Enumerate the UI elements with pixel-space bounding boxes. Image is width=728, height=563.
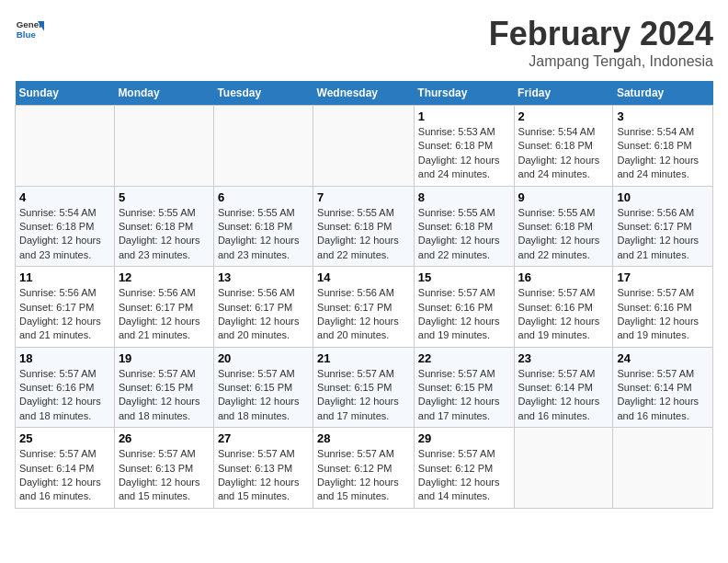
day-header-thursday: Thursday [414, 81, 514, 106]
day-number: 8 [418, 190, 510, 204]
day-info: Sunrise: 5:56 AM Sunset: 6:17 PM Dayligh… [19, 286, 110, 343]
day-info: Sunrise: 5:55 AM Sunset: 6:18 PM Dayligh… [418, 206, 510, 263]
day-number: 16 [518, 270, 609, 284]
calendar-week-4: 18Sunrise: 5:57 AM Sunset: 6:16 PM Dayli… [16, 347, 713, 428]
calendar-cell [213, 106, 313, 187]
calendar-cell: 9Sunrise: 5:55 AM Sunset: 6:18 PM Daylig… [514, 186, 613, 267]
calendar-body: 1Sunrise: 5:53 AM Sunset: 6:18 PM Daylig… [16, 106, 713, 509]
day-number: 17 [617, 270, 709, 284]
calendar-cell: 6Sunrise: 5:55 AM Sunset: 6:18 PM Daylig… [213, 186, 313, 267]
day-number: 23 [518, 351, 609, 365]
calendar-cell [613, 428, 713, 509]
day-number: 15 [418, 270, 510, 284]
day-number: 5 [119, 190, 210, 204]
day-info: Sunrise: 5:57 AM Sunset: 6:16 PM Dayligh… [518, 286, 609, 343]
day-number: 25 [19, 431, 110, 445]
day-number: 9 [518, 190, 609, 204]
day-info: Sunrise: 5:54 AM Sunset: 6:18 PM Dayligh… [617, 125, 709, 182]
calendar-cell: 5Sunrise: 5:55 AM Sunset: 6:18 PM Daylig… [114, 186, 213, 267]
calendar-cell: 16Sunrise: 5:57 AM Sunset: 6:16 PM Dayli… [514, 267, 613, 348]
calendar-cell: 20Sunrise: 5:57 AM Sunset: 6:15 PM Dayli… [213, 347, 313, 428]
calendar-cell: 28Sunrise: 5:57 AM Sunset: 6:12 PM Dayli… [313, 428, 415, 509]
calendar-cell: 26Sunrise: 5:57 AM Sunset: 6:13 PM Dayli… [114, 428, 213, 509]
day-info: Sunrise: 5:56 AM Sunset: 6:17 PM Dayligh… [317, 286, 410, 343]
calendar-title: February 2024 [489, 15, 713, 53]
day-number: 10 [617, 190, 709, 204]
day-number: 18 [19, 351, 110, 365]
day-number: 19 [119, 351, 210, 365]
calendar-cell: 27Sunrise: 5:57 AM Sunset: 6:13 PM Dayli… [213, 428, 313, 509]
calendar-cell: 3Sunrise: 5:54 AM Sunset: 6:18 PM Daylig… [613, 106, 713, 187]
day-number: 29 [418, 431, 510, 445]
calendar-cell: 25Sunrise: 5:57 AM Sunset: 6:14 PM Dayli… [16, 428, 115, 509]
calendar-cell: 13Sunrise: 5:56 AM Sunset: 6:17 PM Dayli… [213, 267, 313, 348]
calendar-cell: 23Sunrise: 5:57 AM Sunset: 6:14 PM Dayli… [514, 347, 613, 428]
day-number: 3 [617, 109, 709, 123]
day-info: Sunrise: 5:54 AM Sunset: 6:18 PM Dayligh… [19, 206, 110, 263]
logo-icon: General Blue [15, 15, 44, 44]
calendar-cell: 12Sunrise: 5:56 AM Sunset: 6:17 PM Dayli… [114, 267, 213, 348]
calendar-cell: 8Sunrise: 5:55 AM Sunset: 6:18 PM Daylig… [414, 186, 514, 267]
day-header-monday: Monday [114, 81, 213, 106]
calendar-cell [514, 428, 613, 509]
day-number: 27 [218, 431, 309, 445]
day-header-saturday: Saturday [613, 81, 713, 106]
calendar-cell: 15Sunrise: 5:57 AM Sunset: 6:16 PM Dayli… [414, 267, 514, 348]
calendar-week-2: 4Sunrise: 5:54 AM Sunset: 6:18 PM Daylig… [16, 186, 713, 267]
day-info: Sunrise: 5:57 AM Sunset: 6:15 PM Dayligh… [218, 367, 309, 424]
calendar-cell: 2Sunrise: 5:54 AM Sunset: 6:18 PM Daylig… [514, 106, 613, 187]
day-number: 22 [418, 351, 510, 365]
day-info: Sunrise: 5:57 AM Sunset: 6:15 PM Dayligh… [317, 367, 410, 424]
day-number: 26 [119, 431, 210, 445]
calendar-header-row: SundayMondayTuesdayWednesdayThursdayFrid… [16, 81, 713, 106]
day-number: 6 [218, 190, 309, 204]
day-number: 13 [218, 270, 309, 284]
day-info: Sunrise: 5:55 AM Sunset: 6:18 PM Dayligh… [218, 206, 309, 263]
calendar-subtitle: Jampang Tengah, Indonesia [489, 53, 713, 70]
day-info: Sunrise: 5:53 AM Sunset: 6:18 PM Dayligh… [418, 125, 510, 182]
day-info: Sunrise: 5:55 AM Sunset: 6:18 PM Dayligh… [518, 206, 609, 263]
calendar-week-5: 25Sunrise: 5:57 AM Sunset: 6:14 PM Dayli… [16, 428, 713, 509]
day-info: Sunrise: 5:55 AM Sunset: 6:18 PM Dayligh… [119, 206, 210, 263]
calendar-cell: 24Sunrise: 5:57 AM Sunset: 6:14 PM Dayli… [613, 347, 713, 428]
day-info: Sunrise: 5:56 AM Sunset: 6:17 PM Dayligh… [617, 206, 709, 263]
calendar-cell: 1Sunrise: 5:53 AM Sunset: 6:18 PM Daylig… [414, 106, 514, 187]
calendar-cell: 29Sunrise: 5:57 AM Sunset: 6:12 PM Dayli… [414, 428, 514, 509]
title-block: February 2024 Jampang Tengah, Indonesia [489, 15, 713, 70]
calendar-cell: 7Sunrise: 5:55 AM Sunset: 6:18 PM Daylig… [313, 186, 415, 267]
day-info: Sunrise: 5:56 AM Sunset: 6:17 PM Dayligh… [119, 286, 210, 343]
day-info: Sunrise: 5:57 AM Sunset: 6:13 PM Dayligh… [218, 447, 309, 504]
day-number: 11 [19, 270, 110, 284]
calendar-week-3: 11Sunrise: 5:56 AM Sunset: 6:17 PM Dayli… [16, 267, 713, 348]
day-info: Sunrise: 5:57 AM Sunset: 6:16 PM Dayligh… [19, 367, 110, 424]
calendar-cell: 22Sunrise: 5:57 AM Sunset: 6:15 PM Dayli… [414, 347, 514, 428]
logo: General Blue [15, 15, 44, 44]
calendar-week-1: 1Sunrise: 5:53 AM Sunset: 6:18 PM Daylig… [16, 106, 713, 187]
day-info: Sunrise: 5:57 AM Sunset: 6:16 PM Dayligh… [418, 286, 510, 343]
day-number: 7 [317, 190, 410, 204]
calendar-cell: 10Sunrise: 5:56 AM Sunset: 6:17 PM Dayli… [613, 186, 713, 267]
day-info: Sunrise: 5:56 AM Sunset: 6:17 PM Dayligh… [218, 286, 309, 343]
day-info: Sunrise: 5:57 AM Sunset: 6:12 PM Dayligh… [418, 447, 510, 504]
calendar-cell [114, 106, 213, 187]
page-header: General Blue February 2024 Jampang Tenga… [15, 15, 713, 70]
day-number: 4 [19, 190, 110, 204]
svg-text:Blue: Blue [17, 29, 37, 40]
calendar-cell: 18Sunrise: 5:57 AM Sunset: 6:16 PM Dayli… [16, 347, 115, 428]
day-info: Sunrise: 5:57 AM Sunset: 6:13 PM Dayligh… [119, 447, 210, 504]
day-header-tuesday: Tuesday [213, 81, 313, 106]
day-header-sunday: Sunday [16, 81, 115, 106]
calendar-cell: 11Sunrise: 5:56 AM Sunset: 6:17 PM Dayli… [16, 267, 115, 348]
day-number: 21 [317, 351, 410, 365]
day-number: 14 [317, 270, 410, 284]
day-info: Sunrise: 5:57 AM Sunset: 6:16 PM Dayligh… [617, 286, 709, 343]
calendar-cell: 21Sunrise: 5:57 AM Sunset: 6:15 PM Dayli… [313, 347, 415, 428]
calendar-cell: 4Sunrise: 5:54 AM Sunset: 6:18 PM Daylig… [16, 186, 115, 267]
day-number: 20 [218, 351, 309, 365]
day-number: 12 [119, 270, 210, 284]
day-number: 28 [317, 431, 410, 445]
day-number: 1 [418, 109, 510, 123]
calendar-cell [313, 106, 415, 187]
day-info: Sunrise: 5:57 AM Sunset: 6:15 PM Dayligh… [119, 367, 210, 424]
day-info: Sunrise: 5:55 AM Sunset: 6:18 PM Dayligh… [317, 206, 410, 263]
